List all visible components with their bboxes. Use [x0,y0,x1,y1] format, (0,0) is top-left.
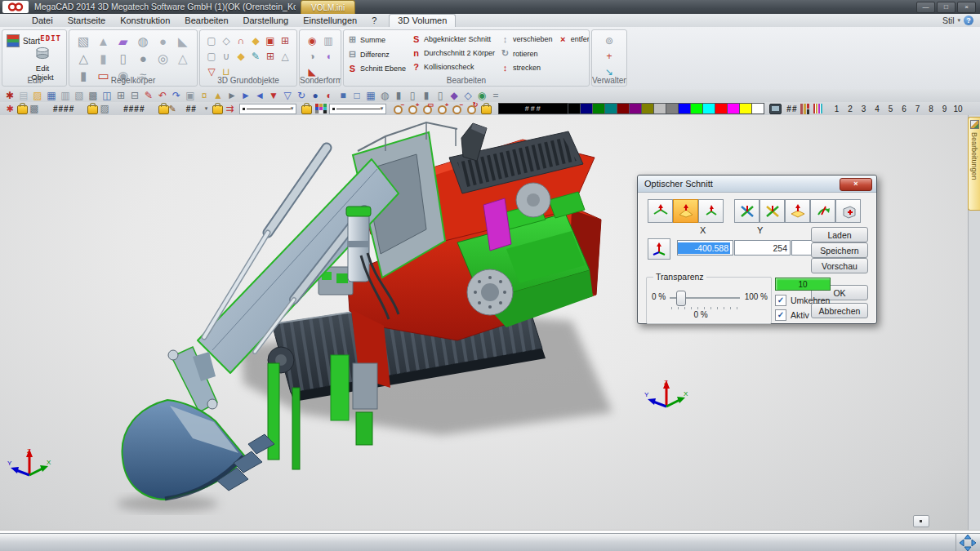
level-4[interactable]: 4 [871,104,883,113]
axis-icon[interactable]: ¤ [198,90,211,101]
group-lock-icon[interactable] [87,105,98,114]
clip-icon[interactable]: ◆ [448,90,461,101]
level-5[interactable]: 5 [884,104,897,113]
minimize-button[interactable]: — [916,2,935,13]
color-lock-icon[interactable] [481,105,492,114]
arc-purple-icon[interactable]: ◖ [321,49,336,63]
excavator-model[interactable] [49,118,653,531]
ribbon-button-schnitt-ebene[interactable]: SSchnitt Ebene [347,64,406,73]
roof2-icon[interactable]: ◆ [234,49,247,63]
layer-value[interactable]: #### [53,104,74,113]
sheet-add-icon[interactable]: ⊞ [114,90,127,101]
ribbon-button-rotieren[interactable]: ↻rotieren [500,48,553,59]
color-swatch-11[interactable] [702,103,715,114]
group-value[interactable]: #### [123,104,145,113]
gift-icon[interactable]: ▣ [264,33,277,47]
aktiv-row[interactable]: ✓ Aktiv [775,309,809,321]
zoom-tool-icon[interactable] [466,103,478,114]
viewport-corner-button[interactable] [913,515,929,527]
sphere-band-icon[interactable]: ◑ [305,49,319,63]
sheet-copy-icon[interactable]: ◫ [100,90,114,101]
menu-item-darstellung[interactable]: Darstellung [236,14,296,27]
target-icon[interactable]: ✱ [3,103,16,114]
layer-sheet-icon[interactable]: ▩ [28,103,41,114]
close-button[interactable]: × [957,2,976,13]
grid-pair-icon[interactable]: ⊞ [278,33,292,47]
print-icon[interactable]: ▥ [59,90,72,101]
extrude-icon[interactable]: ◇ [220,33,233,47]
layer-lock-icon[interactable] [17,105,28,114]
cone-scaled-icon[interactable]: △ [74,51,92,66]
select-icon[interactable]: ► [225,90,238,101]
zoom-tool-icon[interactable] [451,103,463,114]
free-section-plane-button[interactable] [760,199,785,223]
rotate-section-button[interactable] [810,199,835,223]
select-y-icon[interactable]: ◄ [253,90,266,101]
zoom-tool-icon[interactable] [392,103,404,114]
color-swatch-14[interactable] [739,103,752,114]
dialog-titlebar[interactable]: Optischer Schnitt × [638,176,876,193]
screen-color-icon[interactable] [769,104,782,114]
ribbon-button-durchschnitt-2-k-rper[interactable]: nDurchschnitt 2 Körper [411,48,495,58]
move-down-icon[interactable]: ▼ [267,90,280,101]
sheet-merge-icon[interactable]: ⊟ [128,90,141,101]
zoom-tool-icon[interactable] [407,103,419,114]
aktiv-checkbox[interactable]: ✓ [775,309,786,321]
cube-icon[interactable]: ▧ [74,33,92,49]
color-swatch-15[interactable] [751,103,764,114]
tab-3d-volumen[interactable]: 3D Volumen [389,14,456,27]
color-swatch-8[interactable] [666,103,679,114]
linewidth-lock-icon[interactable] [301,105,312,114]
cigar-icon[interactable]: ✎ [249,49,262,63]
axis-pick-button[interactable] [648,238,670,260]
umkehren-row[interactable]: ✓ Umkehren [775,295,830,306]
bin4-icon[interactable]: ▯ [434,90,447,101]
color-swatch-7[interactable] [653,103,666,114]
ribbon-button-strecken[interactable]: ↕strecken [500,63,553,73]
color-swatch-3[interactable] [604,103,617,114]
level-2[interactable]: 2 [844,104,856,113]
linewidth-select[interactable]: ▾ [329,104,386,114]
pen-icon[interactable]: ✎ [169,104,176,114]
color-swatch-5[interactable] [629,103,642,114]
menu-item-einstellungen[interactable]: Einstellungen [296,14,364,27]
ball-icon[interactable]: ● [134,51,152,66]
bend-icon[interactable]: ∩ [234,33,247,47]
dialog-close-button[interactable]: × [840,178,872,191]
laden-button[interactable]: Laden [811,227,868,242]
color-grid-icon[interactable] [315,104,327,113]
torus-icon[interactable]: ◎ [154,51,172,66]
rings-icon[interactable]: ⊚ [597,33,621,47]
sphere-icon[interactable]: ● [154,33,172,49]
color-swatch-10[interactable] [690,103,703,114]
red-capsule-icon[interactable]: ◉ [305,33,319,47]
sphere-view-icon[interactable]: ◍ [378,90,391,101]
section-x-button[interactable] [648,199,673,223]
level-9[interactable]: 9 [938,104,951,113]
color-swatch-12[interactable] [715,103,728,114]
color-swatch-1[interactable] [580,103,593,114]
level-10[interactable]: 10 [951,104,964,113]
active-color-swatch[interactable]: ### [498,103,568,114]
box-icon[interactable]: ▢ [205,33,218,47]
pen-lock-icon[interactable] [158,105,169,114]
color-swatch-13[interactable] [727,103,740,114]
redo-icon[interactable]: ↷ [170,90,183,101]
speichern-button[interactable]: Speichern [811,242,868,258]
pen-value[interactable]: ## [186,104,197,113]
roof-icon[interactable]: ◆ [249,33,262,47]
ribbon-button-summe[interactable]: ⊞Summe [347,34,406,45]
bin2-icon[interactable]: ▯ [406,90,419,101]
linetype-icon[interactable]: ⇉ [223,103,236,114]
wire-cone-icon[interactable]: △ [278,49,292,63]
umkehren-checkbox[interactable]: ✓ [775,295,786,306]
select-x-icon[interactable]: ► [239,90,252,101]
level-7[interactable]: 7 [911,104,924,113]
color-swatch-6[interactable] [641,103,654,114]
plane-section-button[interactable] [785,199,810,223]
color-swatch-0[interactable] [568,103,581,114]
group-icon[interactable]: ◇ [461,90,474,101]
menu-item-konstruktion[interactable]: Konstruktion [113,14,177,27]
pipe-icon[interactable]: ∪ [220,49,233,63]
menu-item-startseite[interactable]: Startseite [60,14,113,27]
